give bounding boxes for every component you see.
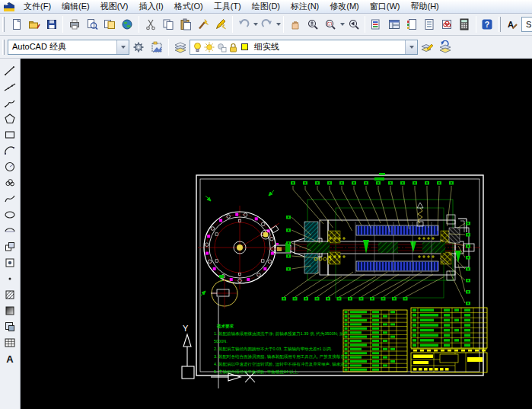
- notes-title: 技术要求: [214, 322, 345, 330]
- sun-icon[interactable]: [204, 42, 215, 53]
- workspace-dropdown-button[interactable]: [116, 40, 129, 54]
- block-editor-button[interactable]: [212, 15, 230, 34]
- paste-button[interactable]: [177, 15, 194, 34]
- circle-tool[interactable]: [2, 158, 18, 174]
- spline-tool[interactable]: [2, 190, 18, 206]
- menu-dimension[interactable]: 标注(N): [285, 0, 324, 13]
- hatch-tool[interactable]: [2, 286, 18, 302]
- menu-format[interactable]: 格式(O): [169, 0, 209, 13]
- workspace-layers-toolbar: AutoCAD 经典 细实线: [0, 36, 532, 59]
- toolbar-grip[interactable]: [2, 40, 5, 55]
- open-button[interactable]: [25, 15, 43, 34]
- make-layer-current-button[interactable]: [418, 38, 436, 56]
- tool-palettes-button[interactable]: [403, 15, 420, 34]
- insert-block-tool[interactable]: [2, 238, 18, 254]
- flange-end-view: [198, 190, 296, 296]
- multiline-text-tool[interactable]: A: [2, 350, 18, 366]
- match-properties-button[interactable]: [195, 15, 212, 34]
- toolbar-separator: [476, 16, 476, 33]
- rectangle-tool[interactable]: [2, 126, 18, 142]
- text-style-combo[interactable]: S: [521, 17, 532, 32]
- point-tool[interactable]: [2, 270, 18, 286]
- draw-toolbar: A: [0, 59, 21, 409]
- 3d-dwf-button[interactable]: [119, 15, 136, 34]
- drawing-canvas[interactable]: Y 技术要求 1. 装配前轴承须用煤油清洗干净; 前轴承预紧力1.39 倍, 约…: [21, 59, 532, 409]
- toolbar-separator: [365, 16, 365, 33]
- autocad-window: 文件(F) 编辑(E) 视图(V) 插入(I) 格式(O) 工具(T) 绘图(D…: [0, 0, 532, 409]
- undo-button[interactable]: [235, 15, 253, 34]
- redo-button[interactable]: [258, 15, 276, 34]
- ellipse-arc-tool[interactable]: [2, 222, 18, 238]
- app-logo-icon[interactable]: [3, 2, 15, 12]
- zoom-realtime-button[interactable]: [304, 15, 321, 34]
- menu-file[interactable]: 文件(F): [18, 0, 56, 13]
- my-workspace-button[interactable]: [148, 38, 166, 56]
- viewport-freeze-icon[interactable]: [216, 42, 227, 53]
- polygon-tool[interactable]: [2, 110, 18, 126]
- designcenter-button[interactable]: [385, 15, 403, 34]
- toolbar-separator: [139, 16, 139, 33]
- publish-button[interactable]: [101, 15, 119, 34]
- toolbar-grip[interactable]: [499, 17, 501, 32]
- revision-cloud-tool[interactable]: [2, 174, 18, 190]
- markup-manager-button[interactable]: [438, 15, 455, 34]
- mtext-glyph: A: [6, 353, 14, 365]
- layer-previous-button[interactable]: [436, 38, 454, 56]
- text-style-button[interactable]: A: [504, 15, 521, 34]
- toolbar-grip[interactable]: [2, 17, 5, 32]
- help-button[interactable]: ?: [479, 15, 496, 34]
- workspace-current: AutoCAD 经典: [8, 41, 70, 53]
- layer-combo[interactable]: 细实线: [190, 40, 418, 55]
- workspace-settings-button[interactable]: [129, 38, 148, 56]
- polyline-tool[interactable]: [2, 94, 18, 110]
- save-button[interactable]: [43, 15, 60, 34]
- layer-properties-button[interactable]: [171, 38, 190, 56]
- copy-button[interactable]: [159, 15, 177, 34]
- arc-tool[interactable]: [2, 142, 18, 158]
- ucs-y-label: Y: [183, 324, 189, 333]
- toolbar-separator: [232, 16, 233, 33]
- toolbar-separator: [283, 16, 284, 33]
- plot-button[interactable]: [65, 15, 83, 34]
- workspace-combo[interactable]: AutoCAD 经典: [8, 40, 129, 55]
- bulb-icon[interactable]: [193, 42, 202, 53]
- zoom-window-button[interactable]: [321, 15, 339, 34]
- layer-color-swatch[interactable]: [241, 43, 248, 50]
- construction-line-tool[interactable]: [2, 78, 18, 94]
- menu-modify[interactable]: 修改(M): [324, 0, 365, 13]
- sheetset-manager-button[interactable]: [420, 15, 438, 34]
- bom-tables: [343, 308, 487, 372]
- menu-tools[interactable]: 工具(T): [209, 0, 247, 13]
- technical-notes: 技术要求 1. 装配前轴承须用煤油清洗干净; 前轴承预紧力1.39 倍, 约为3…: [214, 322, 345, 375]
- menu-bar: 文件(F) 编辑(E) 视图(V) 插入(I) 格式(O) 工具(T) 绘图(D…: [0, 0, 532, 14]
- quickcalc-button[interactable]: [456, 15, 473, 34]
- standard-toolbar: ? A S: [0, 14, 532, 36]
- lock-icon[interactable]: [228, 42, 238, 53]
- properties-button[interactable]: [368, 15, 385, 34]
- toolbar-separator: [62, 16, 63, 33]
- menu-help[interactable]: 帮助(H): [406, 0, 444, 13]
- menu-window[interactable]: 窗口(W): [365, 0, 406, 13]
- table-tool[interactable]: [2, 334, 18, 350]
- make-block-tool[interactable]: [2, 254, 18, 270]
- layer-current: 细实线: [250, 41, 283, 53]
- menu-view[interactable]: 视图(V): [95, 0, 134, 13]
- new-button[interactable]: [8, 15, 25, 34]
- spindle-section-view: [279, 200, 482, 298]
- line-tool[interactable]: [2, 62, 18, 78]
- gradient-tool[interactable]: [2, 302, 18, 318]
- menu-edit[interactable]: 编辑(E): [56, 0, 95, 13]
- zoom-previous-button[interactable]: [345, 15, 362, 34]
- pan-button[interactable]: [286, 15, 304, 34]
- plot-preview-button[interactable]: [84, 15, 101, 34]
- layer-dropdown-button[interactable]: [405, 40, 417, 54]
- redo-dropdown-icon[interactable]: [276, 23, 281, 26]
- ellipse-tool[interactable]: [2, 206, 18, 222]
- menu-draw[interactable]: 绘图(D): [247, 0, 285, 13]
- menu-insert[interactable]: 插入(I): [133, 0, 168, 13]
- cut-button[interactable]: [142, 15, 159, 34]
- toolbar-separator: [168, 39, 169, 56]
- region-tool[interactable]: [2, 318, 18, 334]
- help-glyph: ?: [485, 20, 489, 29]
